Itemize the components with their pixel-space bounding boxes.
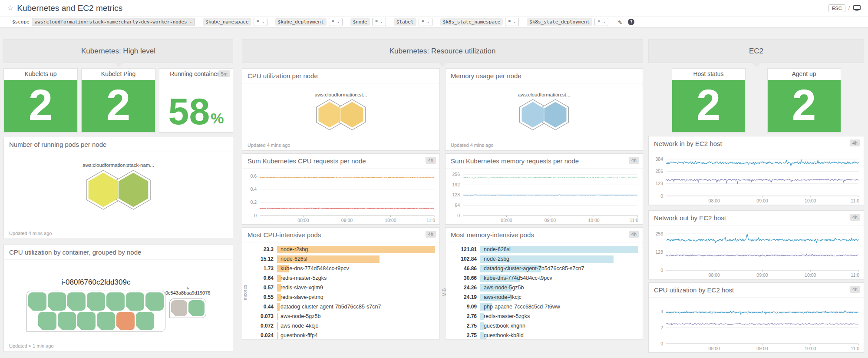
container-square-gray[interactable] <box>171 300 187 316</box>
chevron-down-icon: ▾ <box>603 20 605 24</box>
timeseries-plot[interactable]: 06412819225608:0009:0010:0011:0 <box>446 169 643 224</box>
timeseries-svg: 012825638408:0009:0010:0011:0 <box>649 151 864 205</box>
toplist-row[interactable]: 46.86datadog-cluster-agent-7b5d76cc85-s7… <box>448 264 638 273</box>
container-square-green[interactable] <box>145 292 164 311</box>
toplist-row[interactable]: 2.75guestbook-xhgnn <box>448 321 638 331</box>
widget-title: Sum Kubernetes CPU requests per node 4h <box>242 154 439 169</box>
timeseries-svg: 00.20.40.608:0009:0010:0011:0 <box>242 169 439 224</box>
toplist-pod-name: redis-slave-pvtmq <box>281 294 323 301</box>
help-icon[interactable]: ? <box>628 19 634 25</box>
toplist-value: 24.26 <box>448 285 480 291</box>
svg-text:08:00: 08:00 <box>501 218 512 223</box>
widget-cpu-requests-chart[interactable]: Sum Kubernetes CPU requests per node 4h … <box>242 153 440 225</box>
chevron-down-icon: ▾ <box>380 20 383 24</box>
widget-network-in-chart[interactable]: Network in by EC2 host 4h 012825638408:0… <box>648 136 864 205</box>
widget-kubelets-up[interactable]: Kubelets up 2 <box>3 68 78 133</box>
hexmap-plot[interactable]: aws:cloudformation:st... Updated 4 mins … <box>446 83 643 151</box>
timeseries-plot[interactable]: 012825638408:0009:0010:0011:0 <box>649 151 864 205</box>
hostmap-group[interactable]: i-080f6760c2fdd309c <box>26 278 165 332</box>
widget-title: Memory usage per node <box>446 69 643 83</box>
widget-memory-requests-chart[interactable]: Sum Kubernetes memory requests per node … <box>445 153 643 225</box>
widget-kubelet-ping[interactable]: Kubelet Ping 2 <box>81 68 155 133</box>
toplist-row[interactable]: 2.75guestbook-kb8ld <box>448 331 638 340</box>
toplist-row[interactable]: 0.073aws-node-5gz5b <box>245 312 435 321</box>
widget-network-out-chart[interactable]: Network out by EC2 host 4h 012825608:000… <box>648 210 864 279</box>
container-square-green[interactable] <box>38 312 56 330</box>
container-square-green[interactable] <box>77 312 96 330</box>
container-square-green[interactable] <box>106 292 125 311</box>
hexmap-svg <box>315 99 367 131</box>
esc-button[interactable]: ESC <box>828 4 845 12</box>
variable-value-dropdown[interactable]: *▾ <box>254 18 267 26</box>
group-header-ec2[interactable]: EC2 <box>648 39 864 63</box>
widget-title: CPU utilization per node <box>242 69 439 83</box>
toplist-row[interactable]: 121.81node-626sl <box>448 245 638 254</box>
widget-cpu-by-container[interactable]: CPU utilization by container, grouped by… <box>3 245 233 352</box>
tv-mode-icon[interactable] <box>853 5 861 12</box>
container-square-green[interactable] <box>136 312 154 330</box>
timeseries-plot[interactable]: 00.20.40.608:0009:0010:0011:0 <box>242 169 439 224</box>
toplist-row[interactable]: 102.84node-2sbg <box>448 254 638 264</box>
variable-value-dropdown[interactable]: aws:cloudformation:stack-name:charly-dev… <box>32 18 195 26</box>
toplist-row[interactable]: 0.55redis-slave-pvtmq <box>245 292 435 302</box>
toplist-row[interactable]: 0.072aws-node-4kcjc <box>245 321 435 331</box>
toplist-pod-name: aws-node-4kcjc <box>484 294 521 301</box>
container-square-green[interactable] <box>97 312 115 330</box>
container-square-green[interactable] <box>87 292 105 311</box>
toplist-row[interactable]: 2.76redis-master-5zgks <box>448 312 638 321</box>
toplist-row[interactable]: 0.64redis-master-5zgks <box>245 273 435 283</box>
variable-value-dropdown[interactable]: *▾ <box>329 18 343 26</box>
container-square-green[interactable] <box>126 292 144 311</box>
toplist-row[interactable]: 0.57redis-slave-xqlm9 <box>245 283 435 292</box>
svg-text:09:00: 09:00 <box>756 346 768 351</box>
hexmap-group-label: aws:cloudformation:stack-nam... <box>4 162 233 168</box>
toplist-row[interactable]: 0.024guestbook-fffp4 <box>245 331 435 340</box>
toplist-row[interactable]: 24.19aws-node-4kcjc <box>448 292 638 302</box>
container-square-green[interactable] <box>188 300 205 316</box>
variable-value-dropdown[interactable]: *▾ <box>505 18 519 26</box>
container-square-green[interactable] <box>67 292 86 311</box>
favorite-star-icon[interactable]: ☆ <box>7 3 13 13</box>
widget-cpu-per-node[interactable]: CPU utilization per node aws:cloudformat… <box>242 68 440 151</box>
template-variable-kube_namespace: $kube_namespace*▾ <box>203 18 267 26</box>
widget-cpu-ec2-chart[interactable]: CPU utilization by EC2 host 4h 02408:000… <box>648 282 864 353</box>
container-square-orange[interactable] <box>116 312 135 330</box>
container-square-green[interactable] <box>28 292 46 311</box>
container-square-green[interactable] <box>58 312 76 330</box>
hexmap-plot[interactable]: aws:cloudformation:stack-nam... Updated … <box>4 152 233 239</box>
template-variable-bar: $scopeaws:cloudformation:stack-name:char… <box>0 16 868 28</box>
toplist-value: 9.09 <box>448 304 480 310</box>
kubelets-up-value: 2 <box>29 83 53 126</box>
toplist-row[interactable]: 9.09php-apache-7ccc68c5cd-7t6ww <box>448 302 638 312</box>
widget-running-containers[interactable]: Running containers 5m 58 % <box>159 68 233 133</box>
toplist-row[interactable]: 1.73kube-dns-774d5484cc-t9pcv <box>245 264 435 273</box>
group-header-resource-utilization[interactable]: Kubernetes: Resource utilization <box>242 39 643 63</box>
widget-top-cpu-pods[interactable]: Most CPU-intensive pods 4h mcores23.3nod… <box>242 227 440 339</box>
hostmap-plot[interactable]: i-080f6760c2fdd309ci-0c543a8baa9d19076 U… <box>4 260 233 351</box>
toplist-value: 2.75 <box>448 323 480 329</box>
toplist-row[interactable]: 30.66kube-dns-774d5484cc-t9pcv <box>448 273 638 283</box>
widget-agent-up[interactable]: Agent up 2 <box>767 68 841 133</box>
hostmap-group[interactable]: i-0c543a8baa9d19076 <box>165 285 210 318</box>
toplist-plot[interactable]: MiB121.81node-626sl102.84node-2sbg46.86d… <box>446 242 643 342</box>
toplist-row[interactable]: 23.3node-r2sbg <box>245 245 435 254</box>
toplist-row[interactable]: 24.26aws-node-5gz5b <box>448 283 638 292</box>
toplist-row[interactable]: 0.44datadog-cluster-agent-7b5d76cc85-s7c… <box>245 302 435 312</box>
toplist-plot[interactable]: mcores23.3node-r2sbg15.12node-626sl1.73k… <box>242 242 439 342</box>
variable-value-dropdown[interactable]: *▾ <box>419 18 432 26</box>
group-header-notch <box>438 63 447 67</box>
svg-text:128: 128 <box>655 181 663 186</box>
timeseries-plot[interactable]: 012825608:0009:0010:0011:0 <box>649 225 864 279</box>
widget-memory-per-node[interactable]: Memory usage per node aws:cloudformation… <box>445 68 643 151</box>
variable-value-dropdown[interactable]: *▾ <box>594 18 608 26</box>
toplist-row[interactable]: 15.12node-626sl <box>245 254 435 264</box>
hexmap-plot[interactable]: aws:cloudformation:st... Updated 4 mins … <box>242 83 439 151</box>
widget-host-status[interactable]: Host status 2 <box>672 68 746 133</box>
edit-pencil-icon[interactable]: ✎ <box>618 18 622 26</box>
timeseries-plot[interactable]: 02408:0009:0010:0011:0 <box>649 298 864 352</box>
group-header-high-level[interactable]: Kubernetes: High level <box>3 39 233 63</box>
widget-pods-per-node[interactable]: Number of running pods per node aws:clou… <box>3 137 233 239</box>
widget-top-memory-pods[interactable]: Most memory-intensive pods 4h MiB121.81n… <box>445 227 643 339</box>
container-square-green[interactable] <box>48 292 66 311</box>
variable-value-dropdown[interactable]: *▾ <box>372 18 386 26</box>
